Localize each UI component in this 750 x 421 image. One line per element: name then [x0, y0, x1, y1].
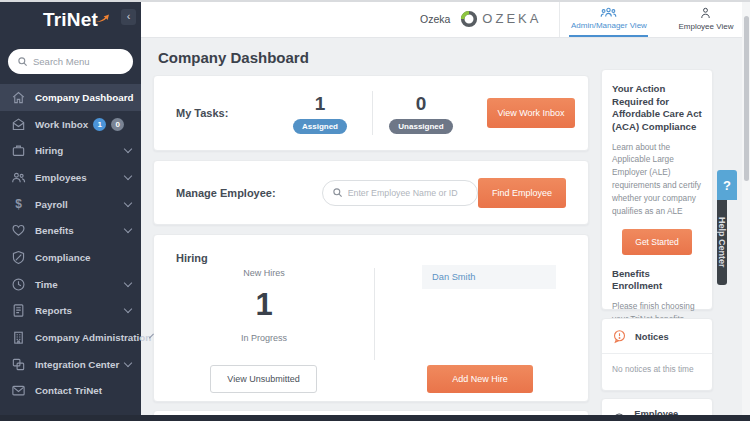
help-center-tab[interactable]: ? Help Center	[717, 170, 737, 285]
top-header: Ozeka OZEKA Admin/Manager View Employee …	[141, 0, 750, 38]
briefcase-icon	[11, 143, 26, 158]
sidebar-item-label: Reports	[35, 305, 72, 316]
chevron-down-icon	[124, 225, 132, 233]
chevron-down-icon	[124, 358, 132, 366]
home-icon	[11, 90, 26, 105]
tab-admin-manager-view[interactable]: Admin/Manager View	[560, 0, 657, 37]
tab-label: Admin/Manager View	[571, 21, 647, 30]
ozeka-logo-icon	[460, 10, 478, 28]
sidebar-item-integration-center[interactable]: Integration Center	[0, 351, 141, 378]
search-icon	[17, 56, 28, 67]
sidebar-item-company-dashboard[interactable]: Company Dashboard	[0, 84, 141, 111]
search-input[interactable]	[33, 56, 124, 67]
sidebar-item-company-administration[interactable]: Company Administration	[0, 324, 141, 351]
trinet-logo: TriNet ‹	[0, 0, 141, 40]
main-content: Company Dashboard My Tasks: 1 Assigned 0…	[141, 38, 750, 415]
sidebar-item-benefits[interactable]: Benefits	[0, 217, 141, 244]
users-icon	[11, 170, 26, 185]
chevron-down-icon	[124, 198, 132, 206]
sidebar-item-hiring[interactable]: Hiring	[0, 137, 141, 164]
view-tabs: Admin/Manager View Employee View	[559, 0, 750, 37]
notices-empty-text: No notices at this time	[602, 354, 712, 384]
notices-card: Notices No notices at this time	[601, 318, 713, 391]
manage-employee-card: Manage Employee: Find Employee	[153, 160, 589, 225]
report-icon	[11, 303, 26, 318]
find-employee-button[interactable]: Find Employee	[478, 178, 566, 208]
new-hire-list-item[interactable]: Dan Smith	[422, 265, 556, 289]
sidebar-item-label: Hiring	[35, 145, 63, 156]
chevron-down-icon	[124, 172, 132, 180]
new-hires-count: 1	[154, 287, 374, 323]
sidebar-item-compliance[interactable]: Compliance	[0, 244, 141, 271]
heart-icon	[11, 223, 26, 238]
employee-search-input[interactable]	[348, 188, 468, 198]
sidebar-search[interactable]	[8, 49, 133, 74]
ozeka-logo: OZEKA	[460, 10, 541, 28]
in-progress-label: In Progress	[154, 333, 374, 343]
manage-employee-label: Manage Employee:	[176, 187, 276, 199]
sidebar-item-label: Benefits	[35, 225, 74, 236]
assigned-badge: Assigned	[293, 119, 347, 134]
get-started-button[interactable]: Get Started	[622, 229, 692, 255]
notices-title: Notices	[635, 332, 669, 342]
sidebar-item-time[interactable]: Time	[0, 271, 141, 298]
employee-search[interactable]	[322, 180, 478, 206]
hiring-card: Hiring New Hires 1 In Progress Dan Smith…	[153, 234, 589, 402]
tab-label: Employee View	[678, 22, 733, 31]
sidebar-item-employees[interactable]: Employees	[0, 164, 141, 191]
action-required-card: Your Action Required for Affordable Care…	[601, 69, 713, 310]
unassigned-count: 0	[416, 93, 427, 115]
sidebar-item-label: Integration Center	[35, 359, 119, 370]
chevron-down-icon	[124, 278, 132, 286]
person-icon	[699, 7, 712, 20]
integration-icon	[11, 357, 26, 372]
company-name: Ozeka	[420, 13, 450, 25]
sidebar-item-label: Contact TriNet	[35, 385, 102, 396]
view-work-inbox-button[interactable]: View Work Inbox	[487, 98, 575, 128]
add-new-hire-button[interactable]: Add New Hire	[427, 365, 533, 393]
notice-bubble-icon	[612, 329, 627, 344]
clock-icon	[11, 277, 26, 292]
hiring-title: Hiring	[176, 252, 208, 264]
help-question-icon: ?	[717, 170, 737, 200]
ozeka-logo-text: OZEKA	[482, 11, 541, 26]
hiring-divider	[374, 268, 375, 360]
sidebar-item-label: Company Administration	[35, 332, 151, 343]
dollar-icon: $	[11, 197, 26, 212]
benefits-enrollment-title: Benefits Enrollment	[612, 268, 702, 293]
building-icon	[11, 330, 26, 345]
inbox-icon	[11, 117, 26, 132]
trinet-arrow-icon	[96, 14, 109, 23]
unassigned-stat: 0 Unassigned	[373, 93, 469, 134]
search-icon	[332, 187, 343, 198]
new-hires-stat: New Hires 1 In Progress	[154, 268, 374, 343]
sidebar: TriNet ‹ Company Dashboard Work Inbox 1 …	[0, 0, 141, 416]
sidebar-item-contact-trinet[interactable]: Contact TriNet	[0, 378, 141, 405]
shield-icon	[11, 250, 26, 265]
sidebar-item-work-inbox[interactable]: Work Inbox 1 0	[0, 111, 141, 138]
tab-employee-view[interactable]: Employee View	[657, 0, 750, 37]
my-tasks-card: My Tasks: 1 Assigned 0 Unassigned View W…	[153, 75, 589, 151]
assigned-stat: 1 Assigned	[268, 93, 372, 134]
sidebar-item-reports[interactable]: Reports	[0, 298, 141, 325]
page-title: Company Dashboard	[158, 49, 309, 66]
inbox-unassigned-badge: 0	[111, 118, 124, 131]
sidebar-menu: Company Dashboard Work Inbox 1 0 Hiring …	[0, 84, 141, 404]
sidebar-item-payroll[interactable]: $ Payroll	[0, 191, 141, 218]
bottom-bar	[0, 415, 750, 421]
view-unsubmitted-button[interactable]: View Unsubmitted	[210, 365, 317, 393]
sidebar-collapse-button[interactable]: ‹	[121, 9, 136, 25]
trinet-logo-text: TriNet	[43, 9, 98, 31]
sidebar-item-label: Compliance	[35, 252, 91, 263]
assigned-count: 1	[315, 93, 326, 115]
inbox-assigned-badge: 1	[93, 118, 106, 131]
group-icon	[600, 7, 617, 19]
scrollbar-track	[742, 2, 750, 415]
scrollbar-thumb[interactable]	[744, 16, 749, 181]
mail-icon	[11, 383, 26, 398]
my-tasks-label: My Tasks:	[176, 107, 268, 119]
sidebar-item-label: Work Inbox	[35, 119, 88, 130]
help-center-label: Help Center	[717, 200, 727, 285]
sidebar-item-label: Company Dashboard	[35, 92, 134, 103]
aca-body: Learn about the Applicable Large Employe…	[612, 141, 702, 218]
